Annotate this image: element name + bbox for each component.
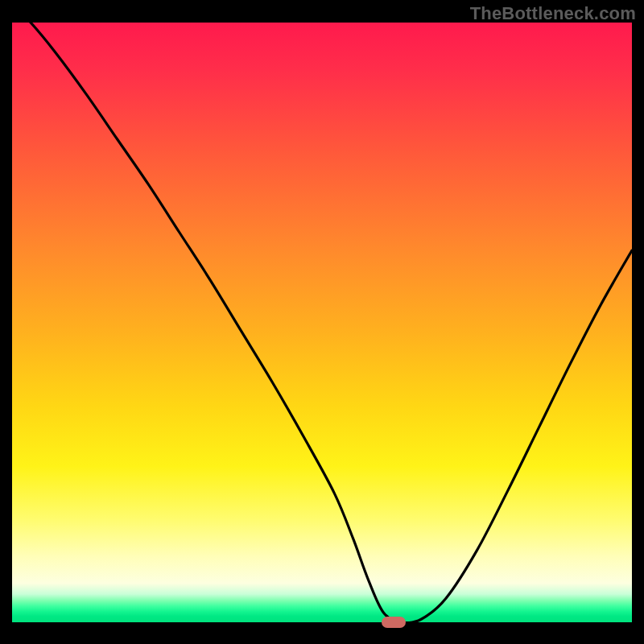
optimal-point-marker [382,617,406,628]
bottleneck-curve [12,23,632,632]
chart-frame: TheBottleneck.com [0,0,644,644]
watermark-text: TheBottleneck.com [470,3,636,24]
plot-area [12,23,632,632]
